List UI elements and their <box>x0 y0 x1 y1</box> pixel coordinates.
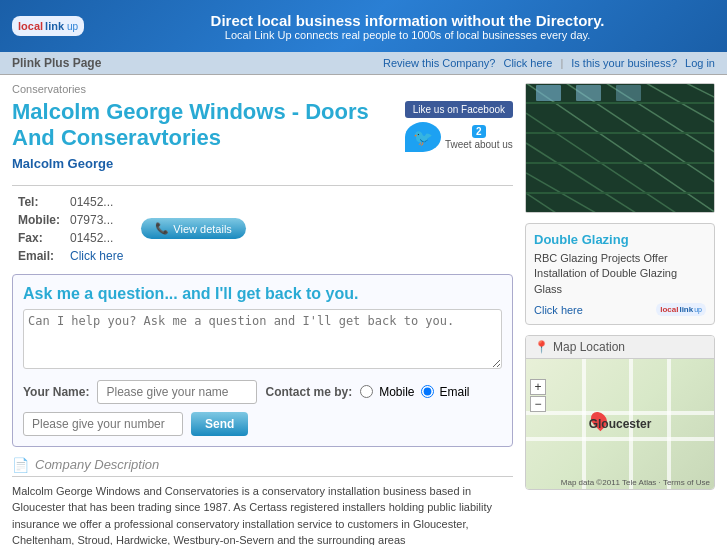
svg-rect-14 <box>536 85 561 101</box>
svg-rect-16 <box>616 85 641 101</box>
mobile-radio[interactable] <box>360 385 373 398</box>
description-icon: 📄 <box>12 457 29 473</box>
logo-box: local link up <box>12 16 84 36</box>
tweet-label: Tweet about us <box>445 139 513 150</box>
logo-up: up <box>67 21 78 32</box>
review-label: Review this Company? <box>383 57 496 69</box>
map-section: 📍 Map Location Gloucester + − <box>525 335 715 490</box>
email-link[interactable]: Click here <box>70 249 123 263</box>
logo-link: link <box>45 20 64 32</box>
tweet-count: 2 <box>472 125 486 138</box>
facebook-button[interactable]: Like us on Facebook <box>405 101 513 118</box>
company-photo-svg <box>526 83 714 213</box>
main-content: Conservatories Malcolm George Windows - … <box>0 75 727 545</box>
company-subtitle: Malcolm George <box>12 156 405 171</box>
send-button[interactable]: Send <box>191 412 248 436</box>
ad-footer: Click here local link up <box>534 303 706 316</box>
nav-links: Review this Company? Click here | Is thi… <box>383 57 715 69</box>
twitter-bird-icon: 🐦 <box>405 122 441 152</box>
tel-value: 01452... <box>66 194 127 210</box>
log-in-link[interactable]: Log in <box>685 57 715 69</box>
logo-local: local <box>18 20 43 32</box>
email-option-label: Email <box>440 385 470 399</box>
phone-icon: 📞 <box>155 222 169 235</box>
map-zoom-in-button[interactable]: + <box>530 379 546 395</box>
tagline-main: Direct local business information withou… <box>100 12 715 29</box>
question-textarea[interactable] <box>23 309 502 369</box>
mobile-option-label: Mobile <box>379 385 414 399</box>
company-photo <box>525 83 715 213</box>
page-label: Plink Plus Page <box>12 56 101 70</box>
question-title-rest: and I'll get back to you. <box>178 285 359 302</box>
question-title: Ask me a question... and I'll get back t… <box>23 285 502 303</box>
navbar: Plink Plus Page Review this Company? Cli… <box>0 52 727 75</box>
local-link-logo-small: local link up <box>656 303 706 316</box>
question-form: Ask me a question... and I'll get back t… <box>12 274 513 447</box>
tagline-sub: Local Link Up connects real people to 10… <box>100 29 715 41</box>
tel-label: Tel: <box>14 194 64 210</box>
view-details-label: View details <box>173 223 232 235</box>
logo[interactable]: local link up <box>12 16 84 36</box>
ad-text: RBC Glazing Projects Offer Installation … <box>534 251 706 297</box>
small-logo-local: local <box>660 305 678 314</box>
company-title-block: Malcolm George Windows - Doors And Conse… <box>12 99 405 179</box>
click-here-link[interactable]: Click here <box>503 57 552 69</box>
svg-rect-15 <box>576 85 601 101</box>
view-details-button[interactable]: 📞 View details <box>141 218 246 239</box>
map-title: Map Location <box>553 340 625 354</box>
form-row-1: Your Name: Contact me by: Mobile Email <box>23 380 502 404</box>
header-tagline: Direct local business information withou… <box>100 12 715 41</box>
name-input[interactable] <box>97 380 257 404</box>
divider-1 <box>12 185 513 186</box>
ad-box: Double Glazing RBC Glazing Projects Offe… <box>525 223 715 325</box>
company-title: Malcolm George Windows - Doors And Conse… <box>12 99 405 152</box>
your-name-label: Your Name: <box>23 385 89 399</box>
mobile-label: Mobile: <box>14 212 64 228</box>
question-title-highlight: Ask me a question... <box>23 285 178 302</box>
map-pin-icon: 📍 <box>534 340 549 354</box>
contact-by-label: Contact me by: <box>265 385 352 399</box>
is-business: Is this your business? <box>571 57 677 69</box>
map-header: 📍 Map Location <box>526 336 714 359</box>
ad-title: Double Glazing <box>534 232 706 247</box>
small-logo-link: link <box>679 305 693 314</box>
mobile-value: 07973... <box>66 212 127 228</box>
contact-options: Mobile Email <box>360 385 469 399</box>
right-column: Double Glazing RBC Glazing Projects Offe… <box>525 83 715 545</box>
fax-value: 01452... <box>66 230 127 246</box>
form-row-2: Send <box>23 412 502 436</box>
description-section-header: 📄 Company Description <box>12 457 513 477</box>
map-road-h1 <box>526 411 714 415</box>
description-section-title: Company Description <box>35 457 159 472</box>
twitter-area: 🐦 2 Tweet about us <box>405 122 513 152</box>
map-zoom-out-button[interactable]: − <box>530 396 546 412</box>
fax-label: Fax: <box>14 230 64 246</box>
ad-click-link[interactable]: Click here <box>534 304 583 316</box>
map-placeholder: Gloucester + − Map data ©2011 Tele Atlas… <box>526 359 714 489</box>
map-road-h2 <box>526 437 714 441</box>
map-city-label: Gloucester <box>589 417 652 431</box>
map-footer-label: Map data ©2011 Tele Atlas · Terms of Use <box>561 478 710 487</box>
contact-table: Tel: 01452... 📞 View details Mobile: 079… <box>12 192 252 266</box>
social-box: Like us on Facebook 🐦 2 Tweet about us <box>405 101 513 152</box>
title-row: Malcolm George Windows - Doors And Conse… <box>12 99 513 179</box>
table-row: Tel: 01452... 📞 View details <box>14 194 250 210</box>
email-label: Email: <box>14 248 64 264</box>
map-road-v1 <box>582 359 586 489</box>
breadcrumb: Conservatories <box>12 83 513 95</box>
header: local link up Direct local business info… <box>0 0 727 52</box>
small-logo-up: up <box>694 306 702 313</box>
map-road-v3 <box>667 359 671 489</box>
number-input[interactable] <box>23 412 183 436</box>
separator: | <box>560 57 563 69</box>
map-controls: + − <box>530 379 546 412</box>
left-column: Conservatories Malcolm George Windows - … <box>12 83 513 545</box>
description-paragraph-1: Malcolm George Windows and Conservatorie… <box>12 483 513 545</box>
email-radio[interactable] <box>421 385 434 398</box>
